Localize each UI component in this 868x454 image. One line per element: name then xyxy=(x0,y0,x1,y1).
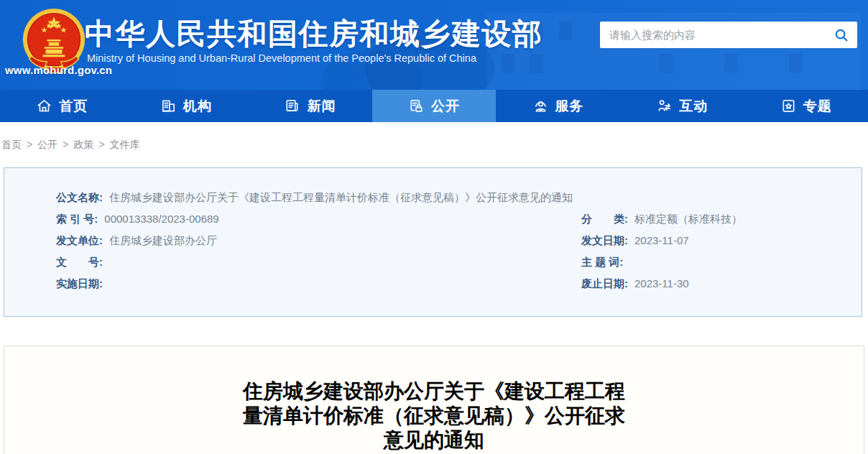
metadata-value: 2023-11-30 xyxy=(634,277,689,289)
metadata-row-category: 分 类:标准定额（标准科技） xyxy=(581,208,840,230)
breadcrumb-item-home[interactable]: 首页 xyxy=(1,139,22,150)
article-title-line: 住房城乡建设部办公厅关于《建设工程工程 xyxy=(218,379,650,404)
metadata-row-issue-date: 发文日期:2023-11-07 xyxy=(581,230,840,251)
article-card: 住房城乡建设部办公厅关于《建设工程工程 量清单计价标准（征求意见稿）》公开征求 … xyxy=(4,346,864,454)
metadata-row-issuing-unit: 发文单位:住房城乡建设部办公厅 xyxy=(56,230,581,251)
site-url: www.mohurd.gov.cn xyxy=(5,64,112,76)
article-title: 住房城乡建设部办公厅关于《建设工程工程 量清单计价标准（征求意见稿）》公开征求 … xyxy=(218,379,650,453)
nav-label: 服务 xyxy=(555,97,584,116)
breadcrumb-separator: > xyxy=(27,139,32,150)
metadata-label: 主 题 词: xyxy=(581,256,623,268)
service-person-icon xyxy=(532,98,549,114)
article-title-line: 意见的通知 xyxy=(218,428,650,453)
metadata-right-column: 分 类:标准定额（标准科技） 发文日期:2023-11-07 主 题 词: 废止… xyxy=(581,208,840,295)
metadata-row-document-name: 公文名称:住房城乡建设部办公厅关于《建设工程工程量清单计价标准（征求意见稿）》公… xyxy=(56,187,581,208)
metadata-row-index-number: 索 引 号:000013338/2023-00689 xyxy=(56,208,581,230)
metadata-label: 索 引 号: xyxy=(56,213,98,225)
metadata-label: 文 号: xyxy=(56,256,103,268)
breadcrumb-separator: > xyxy=(63,139,68,150)
metadata-label: 废止日期: xyxy=(581,277,628,289)
search-input[interactable] xyxy=(600,29,826,41)
nav-item-disclosure[interactable]: 公开 xyxy=(372,90,497,122)
site-title-chinese: 中华人民共和国住房和城乡建设部 xyxy=(85,14,543,54)
nav-item-home[interactable]: 首页 xyxy=(0,90,124,122)
nav-label: 机构 xyxy=(183,97,212,116)
nav-label: 专题 xyxy=(803,97,832,116)
nav-item-interaction[interactable]: 互动 xyxy=(620,90,744,122)
nav-label: 公开 xyxy=(431,97,460,116)
metadata-label: 发文日期: xyxy=(581,234,628,246)
metadata-value: 住房城乡建设部办公厅关于《建设工程工程量清单计价标准（征求意见稿）》公开征求意见… xyxy=(109,191,573,203)
metadata-left-column: 公文名称:住房城乡建设部办公厅关于《建设工程工程量清单计价标准（征求意见稿）》公… xyxy=(56,187,581,295)
metadata-label: 实施日期: xyxy=(56,277,103,289)
organization-icon xyxy=(160,98,177,114)
site-header: www.mohurd.gov.cn 中华人民共和国住房和城乡建设部 Minist… xyxy=(0,0,868,90)
metadata-row-implementation-date: 实施日期: xyxy=(56,273,581,295)
metadata-row-subject-words: 主 题 词: xyxy=(581,251,840,273)
breadcrumb-item-disclosure[interactable]: 公开 xyxy=(37,139,57,150)
nav-label: 首页 xyxy=(59,97,88,116)
breadcrumb: 首页>公开>政策>文件库 xyxy=(1,139,868,152)
search-button[interactable] xyxy=(826,22,857,48)
metadata-value: 标准定额（标准科技） xyxy=(634,213,742,225)
breadcrumb-item-policy[interactable]: 政策 xyxy=(73,139,93,150)
article-title-line: 量清单计价标准（征求意见稿）》公开征求 xyxy=(218,404,650,428)
search-icon xyxy=(834,27,849,43)
metadata-row-repeal-date: 废止日期:2023-11-30 xyxy=(581,273,840,295)
nav-label: 新闻 xyxy=(307,97,336,116)
breadcrumb-separator: > xyxy=(98,139,104,150)
metadata-value: 住房城乡建设部办公厅 xyxy=(109,234,217,246)
breadcrumb-item-document-library[interactable]: 文件库 xyxy=(110,139,140,150)
nav-item-organization[interactable]: 机构 xyxy=(124,90,249,122)
metadata-label: 公文名称: xyxy=(56,191,103,203)
interaction-icon xyxy=(656,98,673,114)
nav-item-news[interactable]: 新闻 xyxy=(248,90,372,122)
special-topic-star-icon xyxy=(780,98,797,114)
nav-label: 互动 xyxy=(679,97,708,116)
nav-item-service[interactable]: 服务 xyxy=(496,90,620,122)
metadata-label: 发文单位: xyxy=(56,234,103,246)
search-box xyxy=(600,22,857,48)
metadata-value: 2023-11-07 xyxy=(634,234,689,246)
site-title-english: Ministry of Housing and Urban-Rural Deve… xyxy=(87,52,476,64)
metadata-value: 000013338/2023-00689 xyxy=(104,213,218,225)
metadata-label: 分 类: xyxy=(581,213,628,225)
document-metadata-card: 公文名称:住房城乡建设部办公厅关于《建设工程工程量清单计价标准（征求意见稿）》公… xyxy=(4,167,862,317)
news-icon xyxy=(284,98,300,114)
metadata-row-document-number: 文 号: xyxy=(56,251,581,273)
main-nav: 首页 机构 新闻 公开 服务 互动 xyxy=(0,90,868,122)
disclosure-lock-icon xyxy=(408,98,425,114)
home-icon xyxy=(36,98,52,114)
nav-item-special-topic[interactable]: 专题 xyxy=(744,90,868,122)
